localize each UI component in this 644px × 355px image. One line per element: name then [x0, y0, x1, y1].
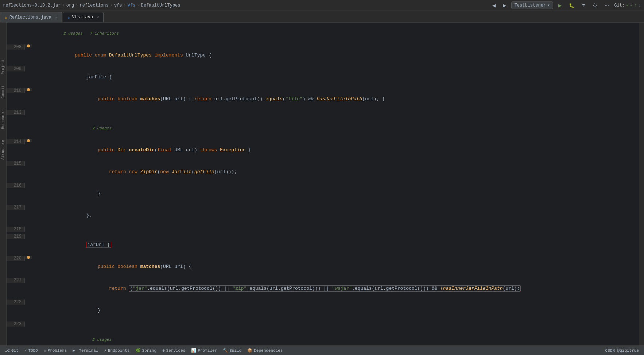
status-endpoints[interactable]: ⚡ Endpoints — [102, 346, 132, 355]
breadcrumb-default-url-types[interactable]: DefaultUrlTypes — [141, 3, 181, 8]
git-arrow-down: ↓ — [639, 3, 641, 8]
run-config-selector[interactable]: TestListener ▾ — [511, 1, 554, 9]
status-todo[interactable]: ✓ TODO — [22, 346, 40, 355]
profile-button[interactable]: ⏱ — [591, 2, 600, 9]
status-services-label: Services — [166, 348, 186, 353]
tab-reflections[interactable]: ☕ Reflections.java ✕ — [0, 12, 62, 22]
fn-hasinner-221: !hasInnerJarFileInPath — [440, 286, 503, 291]
gutter-220 — [25, 256, 32, 259]
line-num-215: 215 — [7, 161, 25, 166]
close-tab-vfs[interactable]: ✕ — [97, 15, 99, 19]
vert-label-structure[interactable]: Structure — [1, 140, 5, 160]
tabs-bar: ☕ Reflections.java ✕ ☕ Vfs.java ✕ — [0, 11, 644, 23]
usage-hint-2: 2 usages — [63, 126, 112, 130]
gutter-dot-208 — [27, 44, 30, 47]
code-line-222: 222 } — [7, 300, 639, 321]
gutter-dot-214 — [27, 139, 30, 142]
profiler-icon: 📊 — [191, 348, 196, 353]
dot3-221: .equals(url.getProtocol())) && — [352, 286, 440, 291]
line-content-214: public Dir createDir(final URL url) thro… — [32, 139, 639, 161]
brace-208: { — [209, 52, 212, 58]
close-tab-reflections[interactable]: ✕ — [55, 15, 57, 20]
code-line-221: 221 return ("jar".equals(url.getProtocol… — [7, 278, 639, 300]
tail-221: (url); — [503, 286, 520, 291]
content-222: } — [63, 308, 100, 313]
line-content-208: public enum DefaultUrlTypes implements U… — [32, 44, 639, 66]
return-box-221: ("jar".equals(url.getProtocol()) || "zip… — [129, 285, 521, 292]
vert-label-bookmarks[interactable]: Bookmarks — [1, 109, 5, 129]
coverage-button[interactable]: ☂ — [579, 2, 588, 9]
line-content-217: }, — [32, 205, 639, 227]
status-user: CSDN @qiqitrue — [603, 346, 641, 355]
forward-button[interactable]: ▶ — [501, 2, 508, 9]
status-profiler[interactable]: 📊 Profiler — [189, 346, 219, 355]
kw-final-214: final — [158, 147, 175, 153]
cls-exception-214: Exception — [220, 147, 248, 153]
run-config-chevron: ▾ — [547, 3, 550, 8]
fn-getfile-215: getFile — [194, 169, 214, 175]
code-210: url.getProtocol(). — [214, 96, 265, 102]
usage-header-line: 2 usages 7 inheritors — [7, 23, 639, 44]
status-problems[interactable]: ⚠ Problems — [42, 346, 69, 355]
breadcrumb-reflections[interactable]: reflections — [79, 3, 108, 8]
status-terminal-label: Terminal — [79, 348, 98, 353]
problems-icon: ⚠ — [44, 348, 46, 353]
line-content-216: } — [32, 183, 639, 205]
git-section: Git: ✓ ✓ ↑ ↓ — [614, 3, 641, 8]
line-content-222: } — [32, 300, 639, 321]
usage-hint-3: 2 usages — [63, 338, 112, 342]
code-214: URL url) — [174, 147, 200, 153]
code-line-220: 220 public boolean matches(URL url) { — [7, 256, 639, 278]
line-num-217: 217 — [7, 205, 25, 210]
gutter-208 — [25, 44, 32, 47]
breadcrumb-vfs[interactable]: vfs — [114, 3, 122, 8]
status-spring[interactable]: 🌿 Spring — [133, 346, 159, 355]
vert-labels: Project Commit Bookmarks Structure — [0, 23, 7, 346]
kw-return-215: return new — [109, 169, 140, 175]
line-content-usage3: 2 usages — [32, 329, 639, 346]
tab-vfs[interactable]: ☕ Vfs.java ✕ — [63, 12, 104, 22]
status-build[interactable]: 🔨 Build — [221, 346, 244, 355]
java-icon-vfs: ☕ — [67, 15, 70, 20]
breadcrumb-jar[interactable]: reflections-0.10.2.jar — [3, 3, 61, 8]
content-209: jarFile { — [63, 74, 112, 80]
cls-jarfile-215: JarFile — [172, 169, 192, 175]
title-bar: reflections-0.10.2.jar › org › reflectio… — [0, 0, 644, 11]
breadcrumb-vfs-class[interactable]: Vfs — [128, 3, 136, 8]
status-git[interactable]: ⎇ Git — [3, 346, 21, 355]
code-area[interactable]: 2 usages 7 inheritors 208 public enum De… — [7, 23, 639, 346]
line-content-210: public boolean matches(URL url) { return… — [32, 88, 639, 110]
line-num-219: 219 — [7, 234, 25, 239]
right-scrollbar[interactable] — [639, 23, 644, 346]
status-services[interactable]: ⚙ Services — [160, 346, 187, 355]
code-line-217: 217 }, — [7, 205, 639, 227]
cls-zipdir-215: ZipDir — [140, 169, 158, 175]
line-content-221: return ("jar".equals(url.getProtocol()) … — [32, 278, 639, 300]
debug-button[interactable]: 🐛 — [567, 2, 577, 9]
vert-label-commit[interactable]: Commit — [1, 85, 5, 98]
line-num-218: 218 — [7, 227, 25, 232]
status-dependencies[interactable]: 📦 Dependencies — [245, 346, 285, 355]
line-num-223: 223 — [7, 321, 25, 327]
todo-icon: ✓ — [24, 348, 27, 353]
status-endpoints-label: Endpoints — [108, 348, 129, 353]
str-zip-221: "zip" — [232, 286, 247, 291]
vert-label-project[interactable]: Project — [1, 59, 5, 74]
indent-219 — [63, 242, 86, 247]
usage-hint-line-3: 2 usages — [7, 329, 639, 346]
content-215 — [63, 169, 109, 175]
str-jar-221: "jar" — [133, 286, 147, 291]
kw-return-221: return — [109, 286, 129, 291]
breadcrumb-sep1: › — [62, 3, 65, 8]
fn-equals-210: equals — [265, 96, 283, 102]
back-button[interactable]: ◀ — [490, 2, 498, 9]
kw-new-215: new — [160, 169, 171, 175]
more-button[interactable]: ⋯ — [602, 2, 611, 9]
gutter-210 — [25, 88, 32, 91]
line-content-header: 2 usages 7 inheritors — [32, 23, 639, 44]
run-button[interactable]: ▶ — [556, 2, 564, 9]
line-num-208: 208 — [7, 44, 25, 50]
breadcrumb-org[interactable]: org — [66, 3, 74, 8]
status-terminal[interactable]: ▶_ Terminal — [70, 346, 100, 355]
status-spring-label: Spring — [142, 348, 156, 353]
